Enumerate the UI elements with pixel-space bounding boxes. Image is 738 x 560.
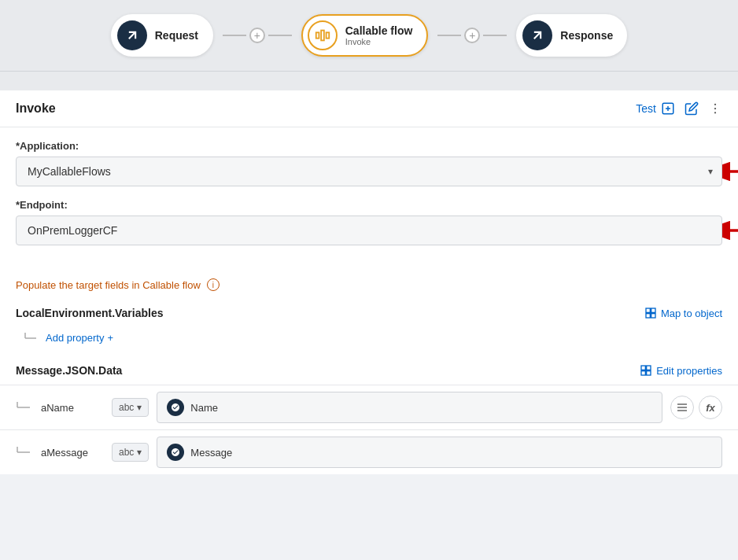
row-value-amessage[interactable]: Message bbox=[157, 437, 722, 468]
application-label: *Application: bbox=[16, 140, 722, 152]
svg-rect-2 bbox=[321, 31, 324, 41]
variables-label: LocalEnvironment.Variables bbox=[16, 307, 164, 319]
value-icon-aname bbox=[167, 399, 184, 416]
row-type-aname[interactable]: abc ▾ bbox=[112, 398, 149, 417]
flow-arrow-divider bbox=[352, 75, 386, 90]
application-field-group: *Application: MyCallableFlows ▾ bbox=[16, 140, 722, 186]
svg-line-0 bbox=[129, 32, 135, 39]
flow-node-callable[interactable]: Callable flow Invoke bbox=[301, 14, 429, 57]
tree-branch-icon bbox=[24, 333, 39, 344]
svg-rect-19 bbox=[641, 366, 645, 370]
test-button[interactable]: Test bbox=[636, 101, 675, 116]
more-options-button[interactable] bbox=[708, 101, 722, 116]
message-section-header: Message.JSON.Data Edit properties bbox=[0, 356, 738, 385]
svg-rect-21 bbox=[641, 371, 645, 375]
connector-2: + bbox=[437, 28, 507, 43]
add-property-button[interactable]: Add property + bbox=[46, 332, 113, 344]
row-list-action-aname[interactable] bbox=[670, 396, 694, 419]
endpoint-value[interactable]: OnPremLoggerCF bbox=[16, 216, 722, 245]
test-icon bbox=[661, 101, 675, 116]
endpoint-label: *Endpoint: bbox=[16, 199, 722, 211]
callable-icon bbox=[308, 20, 338, 50]
svg-line-4 bbox=[534, 32, 541, 39]
row-value-aname[interactable]: Name bbox=[157, 392, 662, 423]
callable-subtitle: Invoke bbox=[345, 37, 413, 46]
info-icon[interactable]: i bbox=[207, 278, 220, 291]
row-actions-aname: fx bbox=[670, 396, 722, 419]
flow-bar: Request + Callable flow Invoke + bbox=[0, 0, 738, 72]
variables-section-header: LocalEnvironment.Variables Map to object bbox=[0, 299, 738, 327]
row-name-aname: aName bbox=[41, 402, 104, 414]
request-icon bbox=[117, 20, 147, 50]
add-step-2-button[interactable]: + bbox=[464, 28, 480, 43]
panel-actions: Test bbox=[636, 101, 722, 116]
red-arrow-2 bbox=[722, 215, 738, 246]
application-select[interactable]: MyCallableFlows ▾ bbox=[16, 157, 722, 186]
edit-button[interactable] bbox=[684, 101, 699, 116]
svg-rect-20 bbox=[647, 366, 651, 370]
add-property-row: Add property + bbox=[0, 327, 738, 353]
svg-rect-15 bbox=[646, 314, 650, 318]
main-panel: Invoke Test *Ap bbox=[0, 90, 738, 474]
svg-point-8 bbox=[714, 112, 716, 113]
row-fx-action-aname[interactable]: fx bbox=[699, 396, 722, 419]
svg-rect-1 bbox=[316, 32, 319, 38]
flow-node-request[interactable]: Request bbox=[111, 14, 213, 57]
edit-properties-icon bbox=[640, 364, 652, 377]
endpoint-select[interactable]: OnPremLoggerCF bbox=[16, 216, 722, 245]
response-label: Response bbox=[560, 29, 613, 42]
table-row: aName abc ▾ Name fx bbox=[0, 385, 738, 429]
request-label: Request bbox=[155, 29, 198, 42]
panel-header: Invoke Test bbox=[0, 90, 738, 127]
form-section: *Application: MyCallableFlows ▾ bbox=[0, 127, 738, 271]
row-type-amessage[interactable]: abc ▾ bbox=[112, 443, 149, 462]
svg-rect-22 bbox=[647, 371, 651, 375]
map-to-object-button[interactable]: Map to object bbox=[644, 307, 722, 319]
svg-rect-16 bbox=[651, 314, 655, 318]
svg-point-7 bbox=[714, 108, 716, 109]
application-value[interactable]: MyCallableFlows bbox=[16, 157, 722, 186]
connector-1: + bbox=[223, 28, 292, 43]
svg-rect-13 bbox=[646, 308, 650, 312]
tree-branch-message-icon bbox=[16, 447, 33, 458]
svg-rect-3 bbox=[326, 32, 329, 38]
populate-text: Populate the target fields in Callable f… bbox=[0, 271, 738, 299]
add-step-1-button[interactable]: + bbox=[249, 28, 265, 43]
response-icon bbox=[522, 20, 552, 50]
table-row: aMessage abc ▾ Message bbox=[0, 429, 738, 474]
message-label: Message.JSON.Data bbox=[16, 364, 122, 377]
svg-rect-14 bbox=[651, 308, 655, 312]
tree-branch-name-icon bbox=[16, 402, 33, 413]
endpoint-field-group: *Endpoint: OnPremLoggerCF bbox=[16, 199, 722, 245]
message-section: Message.JSON.Data Edit properties aName … bbox=[0, 356, 738, 474]
callable-label: Callable flow bbox=[345, 24, 413, 37]
svg-point-6 bbox=[714, 104, 716, 105]
edit-properties-button[interactable]: Edit properties bbox=[640, 364, 722, 377]
red-arrow-1 bbox=[722, 156, 738, 187]
flow-node-response[interactable]: Response bbox=[516, 14, 627, 57]
panel-title: Invoke bbox=[16, 101, 56, 116]
row-name-amessage: aMessage bbox=[41, 447, 104, 459]
value-icon-amessage bbox=[167, 444, 184, 461]
map-to-object-icon bbox=[644, 307, 657, 319]
